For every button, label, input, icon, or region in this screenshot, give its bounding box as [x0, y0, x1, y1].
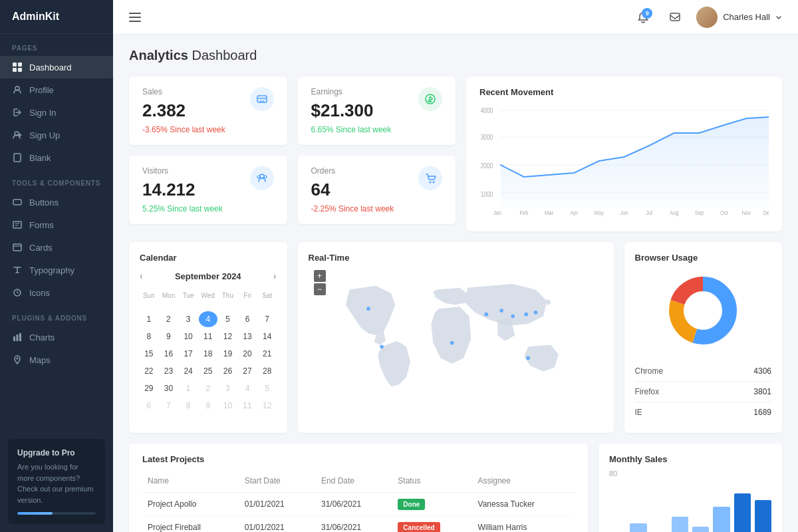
cal-date[interactable]: 22	[140, 363, 158, 379]
cal-date[interactable]: 5	[219, 311, 237, 327]
cal-prev-button[interactable]: ‹	[140, 271, 143, 281]
cal-date[interactable]	[258, 303, 277, 310]
cal-date[interactable]: 27	[238, 363, 257, 379]
cal-day-tue: Tue	[179, 289, 198, 302]
cal-header: ‹ September 2024 ›	[140, 271, 277, 281]
header-left	[129, 13, 141, 22]
visitors-info: Visitors 14.212 5.25% Since last week	[142, 166, 223, 213]
sidebar-item-typography-label: Typography	[29, 265, 74, 275]
browser-chrome-count: 4306	[753, 366, 771, 376]
cal-date-other[interactable]: 8	[179, 398, 198, 414]
realtime-title: Real-Time	[309, 253, 603, 263]
recent-movement-card: Recent Movement 4000 3000 2000 1000	[466, 76, 782, 231]
sidebar-item-dashboard[interactable]: Dashboard	[0, 56, 113, 78]
map-zoom-in-button[interactable]: +	[314, 270, 326, 282]
cal-date[interactable]: 11	[199, 329, 217, 344]
cal-date[interactable]: 29	[140, 380, 158, 396]
world-map	[309, 271, 603, 404]
cal-date[interactable]: 21	[258, 346, 277, 362]
signup-icon	[12, 130, 23, 140]
cal-date[interactable]	[199, 303, 217, 310]
hamburger-button[interactable]	[129, 13, 141, 22]
cal-date[interactable]: 19	[219, 346, 237, 362]
sidebar-item-cards[interactable]: Cards	[0, 236, 113, 259]
cal-date[interactable]: 7	[258, 311, 277, 327]
cal-next-button[interactable]: ›	[273, 271, 277, 281]
cal-date[interactable]: 1	[140, 311, 158, 327]
cal-date[interactable]: 28	[258, 363, 277, 379]
svg-point-49	[524, 313, 528, 317]
cal-date[interactable]: 18	[199, 346, 217, 362]
sidebar-item-buttons[interactable]: Buttons	[0, 191, 113, 213]
cal-date[interactable]: 23	[160, 363, 178, 379]
cal-date[interactable]: 24	[179, 363, 198, 379]
cal-date[interactable]: 25	[199, 363, 217, 379]
sidebar-item-signin[interactable]: Sign In	[0, 101, 113, 124]
cal-date-other[interactable]: 4	[238, 380, 257, 396]
cal-date[interactable]	[140, 303, 158, 310]
cal-date[interactable]	[179, 303, 198, 310]
svg-point-51	[526, 356, 530, 360]
sidebar-item-profile-label: Profile	[29, 85, 54, 95]
cal-date[interactable]	[160, 303, 178, 310]
svg-text:4000: 4000	[481, 107, 493, 114]
cal-date-other[interactable]: 12	[258, 398, 277, 414]
earnings-label: Earnings	[311, 87, 392, 96]
cal-date[interactable]: 14	[258, 329, 277, 344]
cal-date-other[interactable]: 9	[199, 398, 217, 414]
cards-icon	[12, 242, 23, 253]
cal-date[interactable]: 2	[160, 311, 178, 327]
sidebar-item-forms[interactable]: Forms	[0, 213, 113, 236]
sidebar-item-cards-label: Cards	[29, 243, 53, 253]
cal-date-other[interactable]: 1	[179, 380, 198, 396]
cal-grid: Sun Mon Tue Wed Thu Fri Sat 1	[140, 289, 277, 414]
cal-date-other[interactable]: 11	[238, 398, 257, 414]
map-zoom-out-button[interactable]: −	[314, 283, 326, 295]
cal-date[interactable]: 30	[160, 380, 178, 396]
cal-day-thu: Thu	[219, 289, 237, 302]
cal-date[interactable]: 12	[219, 329, 237, 344]
cal-date-other[interactable]: 5	[258, 380, 277, 396]
cal-date[interactable]: 3	[179, 311, 198, 327]
cal-date-other[interactable]: 3	[219, 380, 237, 396]
svg-text:3000: 3000	[481, 134, 493, 141]
cal-date-active[interactable]: 4	[199, 311, 217, 327]
cal-date[interactable]: 10	[179, 329, 198, 344]
visitors-card-header: Visitors 14.212 5.25% Since last week	[142, 166, 274, 213]
cal-date-other[interactable]: 6	[140, 398, 158, 414]
cal-day-fri: Fri	[238, 289, 257, 302]
svg-rect-8	[13, 221, 21, 228]
sidebar-item-profile[interactable]: Profile	[0, 78, 113, 101]
messages-button[interactable]	[664, 7, 686, 28]
project-status: Cancelled	[392, 516, 472, 533]
user-menu[interactable]: Charles Hall	[696, 7, 782, 28]
svg-text:Mar: Mar	[545, 209, 553, 216]
svg-text:Nov: Nov	[742, 209, 751, 216]
cal-date[interactable]: 13	[238, 329, 257, 344]
svg-text:May: May	[595, 209, 604, 216]
sidebar-item-blank[interactable]: Blank	[0, 146, 113, 169]
cal-date-other[interactable]: 2	[199, 380, 217, 396]
cal-date[interactable]: 6	[238, 311, 257, 327]
cal-date[interactable]	[238, 303, 257, 310]
cal-date[interactable]: 20	[238, 346, 257, 362]
sidebar-item-charts[interactable]: Charts	[0, 326, 113, 348]
sidebar-item-typography[interactable]: Typography	[0, 259, 113, 281]
cal-date[interactable]: 15	[140, 346, 158, 362]
sidebar-item-signup[interactable]: Sign Up	[0, 124, 113, 146]
cal-date[interactable]: 16	[160, 346, 178, 362]
cal-date[interactable]: 9	[160, 329, 178, 344]
notifications-button[interactable]: 9	[632, 7, 654, 28]
cal-date[interactable]: 8	[140, 329, 158, 344]
svg-point-14	[17, 358, 19, 360]
cal-date[interactable]	[219, 303, 237, 310]
stat-cards-mid: Earnings $21.300 6.65% Since last week O…	[298, 76, 456, 231]
cal-date[interactable]: 26	[219, 363, 237, 379]
browser-item-chrome: Chrome 4306	[635, 361, 772, 382]
sidebar-item-maps[interactable]: Maps	[0, 348, 113, 371]
bar-7	[734, 493, 751, 532]
cal-date-other[interactable]: 7	[160, 398, 178, 414]
cal-date[interactable]: 17	[179, 346, 198, 362]
cal-date-other[interactable]: 10	[219, 398, 237, 414]
sidebar-item-icons[interactable]: Icons	[0, 281, 113, 304]
